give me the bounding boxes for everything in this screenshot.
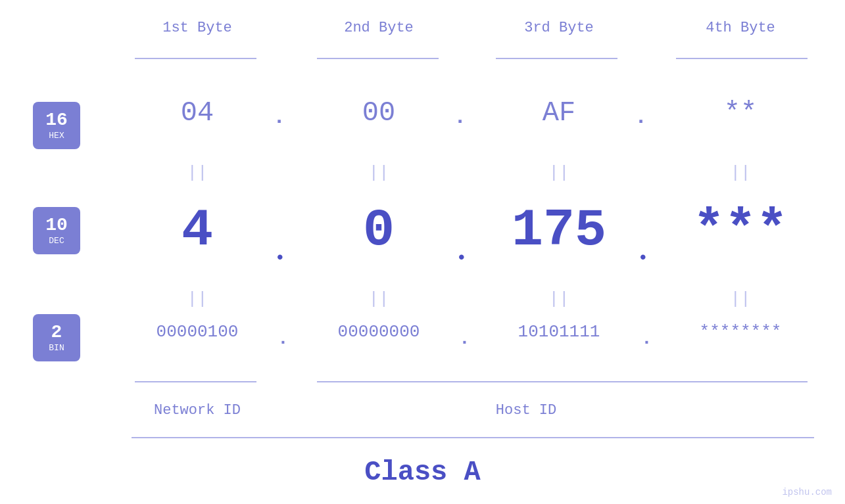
dot-hex-3: . bbox=[635, 105, 647, 129]
col2-header: 2nd Byte bbox=[313, 20, 445, 36]
dec-val-col4: *** bbox=[675, 200, 806, 260]
equals-2b: || bbox=[313, 289, 445, 309]
watermark: ipshu.com bbox=[782, 487, 832, 497]
hex-badge: 16 HEX bbox=[33, 102, 80, 149]
dec-val-col3: 175 bbox=[493, 200, 625, 260]
bin-val-col3: 10101111 bbox=[493, 322, 625, 342]
hex-val-col4: ** bbox=[675, 97, 806, 129]
main-container: 16 HEX 10 DEC 2 BIN 1st Byte 2nd Byte 3r… bbox=[0, 0, 845, 504]
equals-4a: || bbox=[675, 163, 806, 183]
top-bracket-col2 bbox=[317, 58, 439, 59]
col1-header: 1st Byte bbox=[132, 20, 263, 36]
hex-val-col2: 00 bbox=[313, 97, 445, 129]
dot-dec-3: • bbox=[638, 248, 648, 268]
hex-val-col3: AF bbox=[493, 97, 625, 129]
equals-1b: || bbox=[132, 289, 263, 309]
bin-val-col4: ******** bbox=[675, 322, 806, 342]
bin-badge-number: 2 bbox=[51, 323, 62, 343]
bin-badge-label: BIN bbox=[49, 343, 64, 353]
dec-badge-number: 10 bbox=[45, 216, 68, 236]
top-bracket-col3 bbox=[496, 58, 617, 59]
equals-3a: || bbox=[493, 163, 625, 183]
bin-badge: 2 BIN bbox=[33, 314, 80, 361]
host-id-label: Host ID bbox=[460, 402, 592, 419]
hex-badge-label: HEX bbox=[49, 131, 64, 141]
dec-badge-label: DEC bbox=[49, 236, 64, 246]
dot-hex-2: . bbox=[454, 105, 466, 129]
class-bracket bbox=[132, 437, 814, 438]
bin-val-col1: 00000100 bbox=[132, 322, 263, 342]
equals-3b: || bbox=[493, 289, 625, 309]
bottom-bracket-network bbox=[135, 381, 256, 382]
dec-val-col2: 0 bbox=[313, 200, 445, 260]
equals-2a: || bbox=[313, 163, 445, 183]
equals-4b: || bbox=[675, 289, 806, 309]
dot-bin-3: . bbox=[641, 329, 652, 349]
hex-val-col1: 04 bbox=[132, 97, 263, 129]
top-bracket-col4 bbox=[676, 58, 808, 59]
col3-header: 3rd Byte bbox=[493, 20, 625, 36]
hex-badge-number: 16 bbox=[45, 110, 68, 131]
dot-bin-1: . bbox=[278, 329, 289, 349]
dot-hex-1: . bbox=[273, 105, 285, 129]
dot-dec-2: • bbox=[456, 248, 467, 268]
dec-val-col1: 4 bbox=[132, 200, 263, 260]
bin-val-col2: 00000000 bbox=[313, 322, 445, 342]
network-id-label: Network ID bbox=[132, 402, 263, 419]
col4-header: 4th Byte bbox=[675, 20, 806, 36]
dec-badge: 10 DEC bbox=[33, 207, 80, 254]
bottom-bracket-host bbox=[317, 381, 808, 382]
dot-bin-2: . bbox=[459, 329, 470, 349]
top-bracket-col1 bbox=[135, 58, 256, 59]
class-label: Class A bbox=[0, 457, 845, 488]
dot-dec-1: • bbox=[275, 248, 285, 268]
equals-1a: || bbox=[132, 163, 263, 183]
